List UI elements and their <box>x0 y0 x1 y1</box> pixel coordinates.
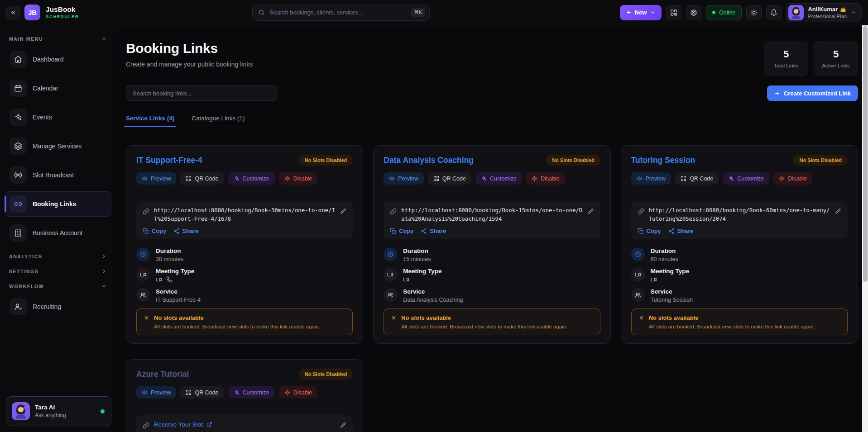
card-actions: PreviewQR CodeCustomizeDisable <box>136 386 353 399</box>
customize-button[interactable]: Customize <box>723 172 769 185</box>
no-slots-warning: No slots available All slots are booked.… <box>136 309 353 335</box>
notifications-button[interactable] <box>766 5 782 20</box>
edit-link-icon[interactable] <box>340 422 346 428</box>
calendar-icon <box>10 80 27 97</box>
chevron-down-icon <box>101 283 107 289</box>
booking-link-title: Data Analysis Coaching <box>384 156 474 165</box>
video-icon <box>136 268 150 281</box>
sidebar-item-recruiting[interactable]: Recruiting <box>5 294 111 319</box>
tab-service-links[interactable]: Service Links (4) <box>126 115 174 127</box>
tara-avatar <box>12 402 30 420</box>
sidebar-section-workflow[interactable]: WORKFLOW <box>5 279 111 294</box>
customize-button[interactable]: Customize <box>228 386 275 399</box>
share-button[interactable]: Share <box>668 228 694 234</box>
external-link-icon <box>206 422 212 427</box>
booking-links-search-input[interactable] <box>132 90 271 97</box>
sidebar-item-events[interactable]: Events <box>5 104 111 130</box>
crown-icon <box>840 6 846 13</box>
service-row: Service Tutoring Session <box>631 288 848 303</box>
disable-button[interactable]: Disable <box>773 172 812 185</box>
qr-icon <box>433 176 439 181</box>
duration-row: Duration 15 minutes <box>384 247 600 262</box>
sidebar-section-settings[interactable]: SETTINGS <box>5 264 111 279</box>
sidebar-item-dashboard[interactable]: Dashboard <box>5 47 111 72</box>
sparkles-icon <box>728 176 734 181</box>
qr-button[interactable]: QR Code <box>180 386 224 399</box>
meeting-type-icons <box>651 276 689 283</box>
tab-catalogue-links[interactable]: Catalogue Links (1) <box>192 115 245 127</box>
sidebar-section-main-menu[interactable]: MAIN MENU <box>5 32 111 47</box>
theme-toggle-button[interactable] <box>746 5 762 20</box>
plus-icon <box>774 90 780 96</box>
duration-value: 15 minutes <box>403 256 431 262</box>
disable-button[interactable]: Disable <box>526 172 565 185</box>
status-badge: No Slots Disabled <box>299 155 353 166</box>
booking-links-search[interactable] <box>126 85 277 101</box>
edit-link-icon[interactable] <box>588 208 594 214</box>
scrollbar-track[interactable] <box>862 25 868 432</box>
qr-button[interactable]: QR Code <box>180 172 224 185</box>
qr-button[interactable]: QR Code <box>428 172 471 185</box>
top-bar: JB JusBook SCHEDULER ⌘K New Onl <box>0 0 868 25</box>
preview-button[interactable]: Preview <box>631 172 671 185</box>
edit-link-icon[interactable] <box>835 208 841 214</box>
meeting-type-icons <box>403 276 441 283</box>
copy-button[interactable]: Copy <box>390 228 413 234</box>
video-icon <box>403 276 409 283</box>
card-actions: PreviewQR CodeCustomizeDisable <box>631 172 848 185</box>
duration-row: Duration 30 minutes <box>136 247 353 262</box>
sidebar-item-business-account[interactable]: Business Account <box>5 220 111 246</box>
no-slots-warning: No slots available All slots are booked.… <box>384 309 600 335</box>
share-button[interactable]: Share <box>173 228 199 234</box>
chevron-up-icon <box>101 36 107 42</box>
chevron-down-icon <box>650 9 656 15</box>
booking-link-card: IT Support-Free-4 No Slots Disabled Prev… <box>126 145 363 344</box>
sidebar-item-manage-services[interactable]: Manage Services <box>5 133 111 159</box>
customize-button[interactable]: Customize <box>475 172 522 185</box>
disable-button[interactable]: Disable <box>279 172 318 185</box>
avatar <box>788 5 804 20</box>
status-badge: No Slots Disabled <box>793 155 848 166</box>
edit-link-icon[interactable] <box>340 208 346 214</box>
customize-button[interactable]: Customize <box>228 172 275 185</box>
tabs: Service Links (4) Catalogue Links (1) <box>126 115 858 127</box>
booking-url: http://localhost:8080/booking/Book-60min… <box>649 206 830 223</box>
global-search-input[interactable] <box>269 9 408 16</box>
section-label: MAIN MENU <box>9 36 43 42</box>
create-customized-link-button[interactable]: Create Customized Link <box>767 85 858 101</box>
scrollbar-thumb[interactable] <box>863 26 868 282</box>
focus-mode-button[interactable] <box>686 5 701 20</box>
qr-code-button[interactable] <box>666 5 681 20</box>
share-button[interactable]: Share <box>421 228 446 234</box>
disable-button[interactable]: Disable <box>279 386 318 399</box>
copy-button[interactable]: Copy <box>638 228 661 234</box>
preview-button[interactable]: Preview <box>136 172 176 185</box>
meeting-type-icons <box>156 276 194 283</box>
sparkles-icon <box>234 389 240 395</box>
qr-button[interactable]: QR Code <box>675 172 719 185</box>
sidebar-section-analytics[interactable]: ANALYTICS <box>5 249 111 264</box>
section-label: ANALYTICS <box>9 254 43 259</box>
app-name: JusBook <box>46 5 79 13</box>
sidebar-item-slot-broadcast[interactable]: Slot Broadcast <box>5 162 111 188</box>
global-search[interactable]: ⌘K <box>252 5 430 21</box>
reserve-slot-link[interactable]: Reserve Your Slot <box>154 421 336 428</box>
tara-ai-assistant[interactable]: Tara AI Ask anything <box>6 396 111 426</box>
share-icon <box>668 228 675 234</box>
sidebar-item-calendar[interactable]: Calendar <box>5 76 111 101</box>
sparkles-icon <box>234 176 240 181</box>
copy-button[interactable]: Copy <box>143 228 166 234</box>
sidebar-item-booking-links[interactable]: Booking Links <box>5 191 111 217</box>
gear-icon <box>779 176 785 181</box>
new-button[interactable]: New <box>620 5 662 20</box>
sidebar-collapse-button[interactable] <box>6 6 20 19</box>
user-profile-menu[interactable]: AnilKumar Professional Plan <box>786 3 862 22</box>
qr-icon <box>186 389 192 395</box>
online-status-button[interactable]: Online <box>706 5 742 20</box>
preview-button[interactable]: Preview <box>384 172 423 185</box>
service-row: Service IT Support-Free-4 <box>136 288 353 303</box>
link-icon <box>143 208 149 215</box>
preview-button[interactable]: Preview <box>136 386 176 399</box>
status-badge: No Slots Disabled <box>299 369 353 380</box>
stats: 5 Total Links 5 Active Links <box>764 41 858 76</box>
